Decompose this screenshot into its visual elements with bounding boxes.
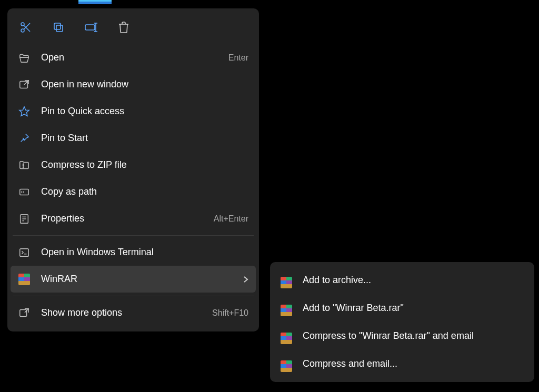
menu-item-label: Open in Windows Terminal	[41, 247, 248, 258]
folder-open-icon	[18, 52, 31, 64]
menu-item-compress-zip[interactable]: Compress to ZIP file	[11, 152, 256, 178]
submenu-item-label: Compress to "Winrar Beta.rar" and email	[303, 330, 474, 341]
terminal-icon	[18, 246, 31, 259]
chevron-right-icon	[243, 276, 248, 283]
context-toolbar	[11, 12, 256, 44]
rename-button[interactable]	[79, 17, 103, 38]
winrar-icon	[281, 356, 292, 372]
svg-rect-4	[56, 25, 63, 32]
selected-file-thumbnail[interactable]	[78, 0, 112, 4]
svg-rect-17	[20, 189, 29, 195]
submenu-item-label: Compress and email...	[303, 358, 397, 369]
winrar-submenu: Add to archive... Add to "Winrar Beta.ra…	[270, 262, 534, 382]
menu-item-show-more-options[interactable]: Show more options Shift+F10	[11, 299, 256, 326]
pin-icon	[18, 132, 31, 145]
delete-button[interactable]	[112, 17, 136, 38]
submenu-item-label: Add to "Winrar Beta.rar"	[303, 303, 404, 314]
cut-button[interactable]	[14, 17, 38, 38]
winrar-icon	[281, 328, 292, 344]
menu-item-shortcut: Alt+Enter	[214, 214, 248, 224]
open-new-window-icon	[18, 78, 31, 91]
submenu-item-compress-and-email-named[interactable]: Compress to "Winrar Beta.rar" and email	[273, 322, 531, 350]
menu-item-label: Open	[41, 52, 218, 63]
menu-item-label: Show more options	[41, 307, 202, 318]
submenu-item-add-to-archive[interactable]: Add to archive...	[273, 266, 531, 294]
show-more-icon	[18, 307, 31, 319]
menu-item-label: WinRAR	[41, 274, 233, 285]
menu-item-label: Pin to Start	[41, 133, 248, 144]
menu-item-label: Copy as path	[41, 186, 248, 197]
menu-item-copy-as-path[interactable]: Copy as path	[11, 178, 256, 205]
svg-rect-5	[54, 23, 61, 29]
winrar-icon	[281, 273, 292, 288]
svg-rect-26	[20, 309, 27, 316]
winrar-icon	[18, 273, 31, 286]
submenu-item-compress-and-email[interactable]: Compress and email...	[273, 350, 531, 378]
menu-item-pin-quick-access[interactable]: Pin to Quick access	[11, 98, 256, 125]
menu-item-label: Properties	[41, 213, 203, 224]
menu-divider	[13, 296, 254, 296]
svg-rect-24	[20, 248, 29, 256]
svg-point-0	[21, 23, 24, 26]
menu-item-open[interactable]: Open Enter	[11, 44, 256, 71]
menu-item-label: Open in new window	[41, 79, 248, 90]
menu-item-properties[interactable]: Properties Alt+Enter	[11, 205, 256, 232]
rename-icon	[84, 21, 98, 34]
trash-icon	[118, 21, 129, 34]
svg-marker-12	[19, 106, 29, 115]
properties-icon	[18, 213, 31, 225]
menu-item-shortcut: Enter	[228, 53, 248, 63]
zip-folder-icon	[18, 159, 31, 172]
submenu-item-label: Add to archive...	[303, 275, 371, 286]
copy-button[interactable]	[46, 17, 71, 38]
menu-divider	[13, 235, 254, 236]
menu-item-label: Pin to Quick access	[41, 106, 248, 117]
menu-item-shortcut: Shift+F10	[212, 308, 248, 318]
menu-item-winrar[interactable]: WinRAR	[11, 266, 256, 293]
copy-icon	[52, 21, 65, 34]
menu-item-label: Compress to ZIP file	[41, 159, 248, 170]
menu-item-pin-start[interactable]: Pin to Start	[11, 125, 256, 152]
copy-path-icon	[18, 186, 31, 198]
svg-point-1	[21, 29, 24, 32]
winrar-icon	[281, 300, 292, 316]
menu-item-open-terminal[interactable]: Open in Windows Terminal	[11, 239, 256, 266]
submenu-item-add-to-named-rar[interactable]: Add to "Winrar Beta.rar"	[273, 294, 531, 322]
star-icon	[18, 105, 31, 118]
scissors-icon	[19, 21, 32, 34]
context-menu: Open Enter Open in new window Pin to Qui…	[7, 8, 259, 331]
menu-item-open-new-window[interactable]: Open in new window	[11, 71, 256, 98]
svg-rect-6	[85, 25, 95, 30]
